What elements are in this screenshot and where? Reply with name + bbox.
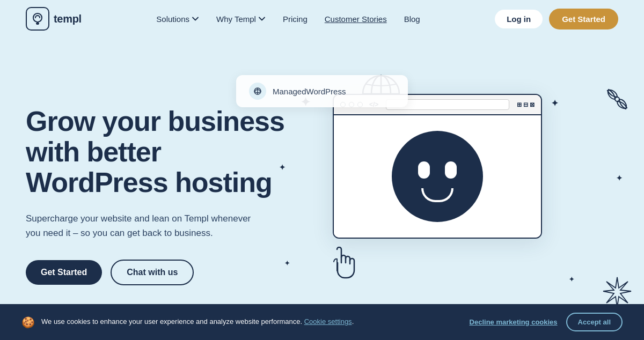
hand-cursor-icon — [326, 247, 356, 282]
nav-customer-stories[interactable]: Customer Stories — [318, 10, 393, 28]
dropdown-icon — [249, 83, 266, 100]
accept-cookies-button[interactable]: Accept all — [566, 313, 623, 327]
dropdown-item-text: ManagedWordPress — [273, 87, 346, 96]
hero-subtitle: Supercharge your website and lean on Tem… — [26, 211, 257, 240]
hero-buttons: Get Started Chat with us — [26, 260, 299, 285]
chevron-down-icon — [192, 15, 199, 23]
cookie-settings-link[interactable]: Cookie settings — [304, 317, 352, 326]
decline-cookies-button[interactable]: Decline marketing cookies — [470, 318, 558, 326]
sparkle-icon: ✦ — [551, 99, 558, 108]
smiley-eye-right — [445, 161, 457, 179]
starburst-icon — [601, 276, 633, 308]
cookie-emoji: 🍪 — [21, 316, 35, 328]
nav-get-started-button[interactable]: Get Started — [549, 9, 618, 29]
navbar: templ Solutions Why Templ Pricing Custom… — [0, 0, 644, 38]
hero-content: Grow your business with better WordPress… — [26, 106, 299, 285]
nav-right: Log in Get Started — [495, 9, 618, 29]
smiley-eyes — [418, 161, 457, 179]
svg-point-8 — [615, 97, 619, 101]
hero-chat-button[interactable]: Chat with us — [111, 260, 194, 285]
smiley-mouth — [421, 188, 453, 202]
cookie-right: Decline marketing cookies Accept all — [470, 313, 623, 327]
nav-solutions[interactable]: Solutions — [150, 10, 206, 28]
cookie-text: We use cookies to enhance your user expe… — [41, 317, 354, 327]
smiley-eye-left — [418, 161, 430, 179]
chevron-down-icon — [258, 15, 266, 23]
nav-pricing[interactable]: Pricing — [276, 10, 314, 28]
smiley-face — [392, 131, 483, 222]
logo[interactable]: templ — [26, 7, 82, 31]
dropdown-area: ManagedWordPress — [0, 38, 644, 64]
hero-get-started-button[interactable]: Get Started — [26, 260, 102, 285]
sparkle-icon: ✦ — [616, 174, 623, 182]
browser-window: </> ⊞ ⊟ ⊠ — [333, 94, 542, 239]
logo-wordmark: templ — [54, 13, 82, 25]
sparkle-icon: ✦ — [569, 276, 574, 283]
dropdown-panel: ManagedWordPress — [236, 75, 408, 107]
browser-body — [334, 115, 541, 238]
cookie-left: 🍪 We use cookies to enhance your user ex… — [21, 316, 461, 328]
nav-why-templ[interactable]: Why Templ — [210, 10, 272, 28]
hero-title: Grow your business with better WordPress… — [26, 106, 299, 198]
logo-icon — [26, 7, 49, 31]
pinwheel-icon — [601, 83, 633, 115]
nav-blog[interactable]: Blog — [398, 10, 427, 28]
svg-marker-9 — [603, 277, 631, 307]
browser-controls: ⊞ ⊟ ⊠ — [517, 101, 535, 108]
cookie-banner: 🍪 We use cookies to enhance your user ex… — [0, 304, 644, 327]
login-button[interactable]: Log in — [495, 10, 543, 28]
nav-links: Solutions Why Templ Pricing Customer Sto… — [150, 10, 426, 28]
